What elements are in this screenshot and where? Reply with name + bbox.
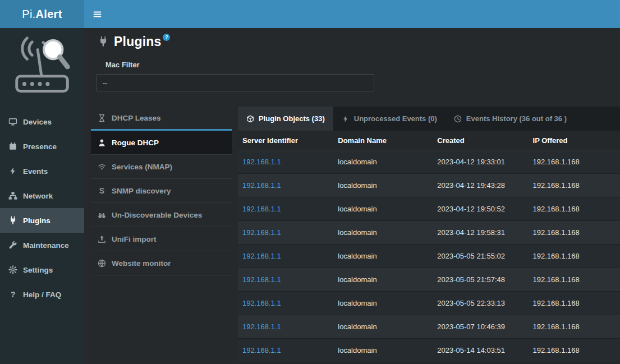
cell-server-identifier: 192.168.1.1 [238,150,333,174]
cell-domain-name: localdomain [333,268,433,292]
sidebar-item-devices[interactable]: Devices [0,109,84,134]
server-identifier-link[interactable]: 192.168.1.1 [242,322,281,331]
sidebar-item-plugins[interactable]: Plugins [0,208,84,233]
table-header-row: Server IdentifierDomain NameCreatedIP Of… [238,131,620,150]
server-identifier-link[interactable]: 192.168.1.1 [242,275,281,284]
cell-server-identifier: 192.168.1.1 [238,339,333,362]
server-identifier-link[interactable]: 192.168.1.1 [242,205,281,213]
sidebar-item-label: Maintenance [23,241,69,250]
brand[interactable]: Pi.Alert [0,0,84,28]
cell-created: 2023-05-07 10:46:39 [433,315,528,339]
desktop-icon [8,117,17,126]
tab-unprocessed-events-0[interactable]: Unprocessed Events (0) [333,107,446,131]
sidebar-item-presence[interactable]: Presence [0,134,84,159]
cell-created: 2023-04-12 19:43:28 [433,174,528,197]
tab-plugin-objects-33[interactable]: Plugin Objects (33) [238,107,333,131]
column-header-ip-offered: IP Offered [529,131,620,150]
plugin-nav-item-un-discoverable-devices[interactable]: Un-Discoverable Devices [91,203,232,227]
cell-created: 2023-05-05 21:57:48 [433,268,528,292]
cell-domain-name: localdomain [333,221,433,245]
cell-created: 2023-05-05 22:33:13 [433,292,528,315]
server-identifier-link[interactable]: 192.168.1.1 [242,252,281,260]
column-header-domain-name: Domain Name [333,131,433,150]
sidebar-item-settings[interactable]: Settings [0,257,84,282]
server-identifier-link[interactable]: 192.168.1.1 [242,299,281,307]
plugin-nav-item-label: Website monitor [112,259,171,268]
cell-ip-offered: 192.168.1.168 [529,197,620,221]
cell-domain-name: localdomain [333,245,433,268]
cell-ip-offered: 192.168.1.168 [529,339,620,362]
plugin-nav-item-rogue-dhcp[interactable]: Rogue DHCP [91,131,232,155]
table-row: 192.168.1.1localdomain2023-05-07 10:46:3… [238,315,620,339]
plugin-main: Plugin Objects (33)Unprocessed Events (0… [238,107,620,362]
snmp-icon: S [98,187,106,195]
cell-domain-name: localdomain [333,174,433,197]
signal-icon [98,163,106,171]
mac-filter-label: Mac Filter [105,61,620,69]
cell-server-identifier: 192.168.1.1 [238,197,333,221]
plug-icon [98,36,109,47]
plugin-nav-item-dhcp-leases[interactable]: DHCP Leases [91,107,232,131]
cell-server-identifier: 192.168.1.1 [238,174,333,197]
plugin-nav-item-services-nmap[interactable]: Services (NMAP) [91,155,232,179]
cell-server-identifier: 192.168.1.1 [238,221,333,245]
sidebar-item-help-faq[interactable]: ?Help / FAQ [0,282,84,307]
server-identifier-link[interactable]: 192.168.1.1 [242,181,281,190]
tab-bar: Plugin Objects (33)Unprocessed Events (0… [238,107,620,131]
app-window: Pi.Alert DevicesPresenceE [0,0,620,364]
plugin-nav: DHCP LeasesRogue DHCPServices (NMAP)SSNM… [91,107,232,275]
globe-icon [98,259,106,268]
brand-bold: Alert [36,8,62,21]
cell-created: 2023-05-14 14:03:51 [433,339,528,362]
table-row: 192.168.1.1localdomain2023-04-12 19:58:3… [238,221,620,245]
sidebar-item-label: Events [23,167,48,176]
table-row: 192.168.1.1localdomain2023-05-05 22:33:1… [238,292,620,315]
tab-events-history-36-out-of-36[interactable]: Events History (36 out of 36 ) [446,107,575,131]
plug-icon [8,216,17,225]
table-row: 192.168.1.1localdomain2023-05-05 21:57:4… [238,268,620,292]
plugin-nav-item-website-monitor[interactable]: Website monitor [91,251,232,275]
tab-label: Events History (36 out of 36 ) [466,114,567,123]
pialert-logo-art [0,28,84,109]
plugin-objects-table: Server IdentifierDomain NameCreatedIP Of… [238,131,620,362]
mac-filter-select[interactable]: -- [97,74,374,91]
cell-server-identifier: 192.168.1.1 [238,292,333,315]
plugin-nav-item-label: UniFi import [112,235,157,243]
tab-label: Unprocessed Events (0) [354,114,437,123]
plugin-nav-item-unifi-import[interactable]: UniFi import [91,227,232,251]
cell-server-identifier: 192.168.1.1 [238,315,333,339]
plugin-layout: DHCP LeasesRogue DHCPServices (NMAP)SSNM… [91,107,620,362]
cell-ip-offered: 192.168.1.168 [529,292,620,315]
plugin-nav-item-label: Un-Discoverable Devices [112,211,202,219]
box-icon [246,115,254,123]
binoculars-icon [98,211,106,219]
hamburger-icon [93,10,102,19]
main-content: Plugins ? Mac Filter -- DHCP LeasesRogue… [84,28,620,364]
sidebar-item-label: Help / FAQ [23,291,61,299]
sidebar-item-label: Plugins [23,216,50,225]
sidebar-item-label: Settings [23,266,53,274]
hourglass-icon [98,114,106,122]
plugin-nav-item-snmp-discovery[interactable]: SSNMP discovery [91,179,232,203]
table-row: 192.168.1.1localdomain2023-04-12 19:43:2… [238,174,620,197]
server-identifier-link[interactable]: 192.168.1.1 [242,228,281,237]
sidebar-item-events[interactable]: Events [0,159,84,183]
sidebar-item-network[interactable]: Network [0,183,84,208]
sidebar-item-label: Presence [23,142,57,151]
plugin-nav-item-label: SNMP discovery [112,187,171,195]
cell-domain-name: localdomain [333,292,433,315]
server-identifier-link[interactable]: 192.168.1.1 [242,346,281,354]
cell-created: 2023-04-12 19:50:52 [433,197,528,221]
page-title-row: Plugins ? [98,33,620,50]
cell-domain-name: localdomain [333,315,433,339]
plugin-nav-item-label: Services (NMAP) [112,163,172,171]
sidebar-toggle-button[interactable] [93,10,102,19]
help-badge[interactable]: ? [163,34,170,41]
cell-created: 2023-05-05 21:55:02 [433,245,528,268]
sitemap-icon [8,191,17,200]
sidebar-item-maintenance[interactable]: Maintenance [0,233,84,257]
topnav [84,0,620,28]
brand-prefix: Pi. [22,8,35,21]
cell-domain-name: localdomain [333,150,433,174]
server-identifier-link[interactable]: 192.168.1.1 [242,158,281,166]
